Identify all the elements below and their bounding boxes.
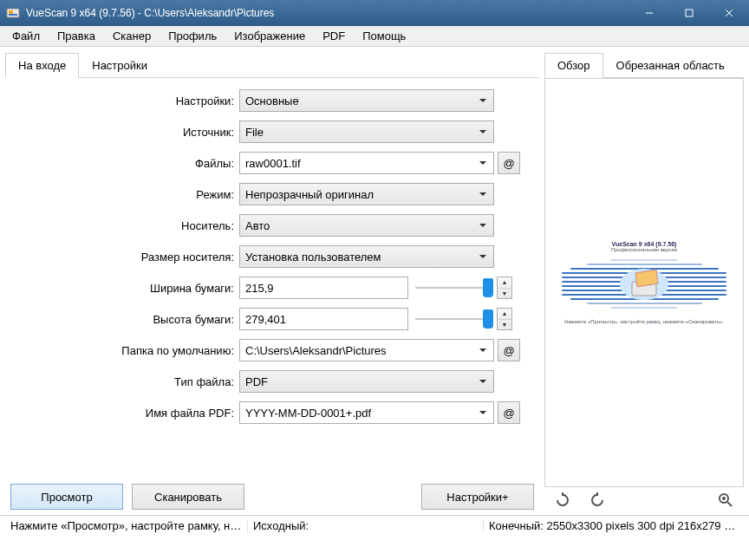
- rotate-right-icon[interactable]: [588, 491, 607, 510]
- menubar: Файл Правка Сканер Профиль Изображение P…: [0, 26, 749, 47]
- label-settings: Настройки:: [10, 94, 239, 107]
- status-source: Исходный:: [248, 519, 484, 532]
- menu-edit[interactable]: Правка: [49, 28, 104, 44]
- left-panel: На входе Настройки Настройки: Основные И…: [5, 52, 539, 510]
- select-file-type[interactable]: PDF: [239, 370, 494, 393]
- stepper-paper-height[interactable]: ▲▼: [497, 308, 512, 330]
- menu-help[interactable]: Помощь: [354, 28, 414, 44]
- pdf-name-helper-button[interactable]: @: [498, 401, 520, 424]
- menu-file[interactable]: Файл: [3, 28, 49, 44]
- scanner-illustration-icon: [562, 259, 726, 309]
- svg-rect-1: [9, 10, 13, 14]
- preview-toolbar: [544, 487, 744, 510]
- app-icon: [5, 5, 21, 21]
- preview-title: VueScan 9 x64 (9.7.56): [562, 241, 726, 247]
- svg-marker-9: [635, 270, 658, 287]
- preview-pane: VueScan 9 x64 (9.7.56) Профессиональная …: [544, 78, 744, 487]
- tab-input[interactable]: На входе: [5, 53, 79, 78]
- scan-button[interactable]: Сканировать: [132, 484, 244, 510]
- status-dest: Конечный: 2550x3300 pixels 300 dpi 216x2…: [484, 519, 744, 532]
- right-tab-row: Обзор Обрезанная область: [544, 52, 744, 78]
- chevron-down-icon[interactable]: ▼: [498, 289, 511, 299]
- preview-placeholder: VueScan 9 x64 (9.7.56) Профессиональная …: [562, 241, 726, 324]
- input-paper-width[interactable]: 215,9: [239, 277, 408, 299]
- left-tab-row: На входе Настройки: [5, 52, 539, 78]
- settings-plus-button[interactable]: Настройки+: [421, 484, 534, 510]
- menu-profile[interactable]: Профиль: [160, 28, 225, 44]
- browse-files-button[interactable]: @: [498, 152, 520, 174]
- slider-thumb-icon[interactable]: [483, 278, 493, 297]
- label-paper-height: Высота бумаги:: [10, 313, 239, 326]
- select-mode[interactable]: Непрозрачный оригинал: [239, 183, 494, 205]
- select-source[interactable]: File: [239, 120, 494, 143]
- content-area: На входе Настройки Настройки: Основные И…: [0, 47, 749, 515]
- label-mode: Режим:: [10, 188, 239, 201]
- preview-hint: Нажмите «Просмотр», настройте рамку, наж…: [562, 319, 726, 324]
- label-media: Носитель:: [10, 219, 239, 232]
- menu-pdf[interactable]: PDF: [314, 28, 354, 44]
- tab-cropped[interactable]: Обрезанная область: [603, 53, 738, 78]
- tab-settings[interactable]: Настройки: [79, 53, 160, 78]
- select-media[interactable]: Авто: [239, 214, 494, 237]
- svg-rect-2: [9, 14, 17, 16]
- svg-line-11: [727, 502, 732, 506]
- close-button[interactable]: [709, 0, 749, 26]
- label-file-type: Тип файла:: [10, 375, 239, 388]
- select-settings[interactable]: Основные: [239, 89, 494, 112]
- chevron-up-icon[interactable]: ▲: [498, 309, 511, 320]
- label-paper-width: Ширина бумаги:: [10, 282, 239, 295]
- label-pdf-name: Имя файла PDF:: [10, 407, 239, 420]
- maximize-button[interactable]: [669, 0, 709, 26]
- select-media-size[interactable]: Установка пользователем: [239, 245, 494, 268]
- label-files: Файлы:: [10, 157, 239, 170]
- preview-button[interactable]: Просмотр: [10, 484, 123, 510]
- slider-paper-height[interactable]: [415, 308, 493, 330]
- zoom-in-icon[interactable]: [716, 491, 735, 510]
- menu-scanner[interactable]: Сканер: [104, 28, 160, 44]
- combo-default-folder[interactable]: C:\Users\Aleksandr\Pictures: [239, 339, 494, 361]
- titlebar: VueScan 9 x64 (9.7.56) - C:\Users\Aleksa…: [0, 0, 749, 26]
- label-default-folder: Папка по умолчанию:: [10, 344, 239, 357]
- chevron-up-icon[interactable]: ▲: [498, 277, 511, 289]
- action-button-row: Просмотр Сканировать Настройки+: [5, 479, 539, 510]
- label-source: Источник:: [10, 126, 239, 139]
- input-paper-height[interactable]: 279,401: [239, 308, 408, 330]
- right-panel: Обзор Обрезанная область VueScan 9 x64 (…: [544, 52, 744, 510]
- statusbar: Нажмите «Просмотр», настройте рамку, наж…: [0, 515, 749, 536]
- menu-image[interactable]: Изображение: [225, 28, 314, 44]
- svg-rect-4: [686, 10, 693, 16]
- preview-subtitle: Профессиональная версия: [562, 247, 726, 252]
- tab-overview[interactable]: Обзор: [544, 53, 603, 78]
- minimize-button[interactable]: [629, 0, 669, 26]
- combo-files[interactable]: raw0001.tif: [239, 152, 494, 174]
- slider-paper-width[interactable]: [415, 277, 493, 299]
- combo-pdf-name[interactable]: YYYY-MM-DD-0001+.pdf: [239, 401, 494, 424]
- browse-folder-button[interactable]: @: [498, 339, 520, 361]
- chevron-down-icon[interactable]: ▼: [498, 320, 511, 330]
- window-title: VueScan 9 x64 (9.7.56) - C:\Users\Aleksa…: [26, 7, 629, 19]
- stepper-paper-width[interactable]: ▲▼: [497, 277, 512, 299]
- slider-thumb-icon[interactable]: [483, 309, 493, 329]
- status-hint: Нажмите «Просмотр», настройте рамку, наж…: [5, 519, 248, 532]
- label-media-size: Размер носителя:: [10, 251, 239, 264]
- input-tab-body: Настройки: Основные Источник: File Файлы…: [5, 78, 539, 479]
- rotate-left-icon[interactable]: [553, 491, 572, 510]
